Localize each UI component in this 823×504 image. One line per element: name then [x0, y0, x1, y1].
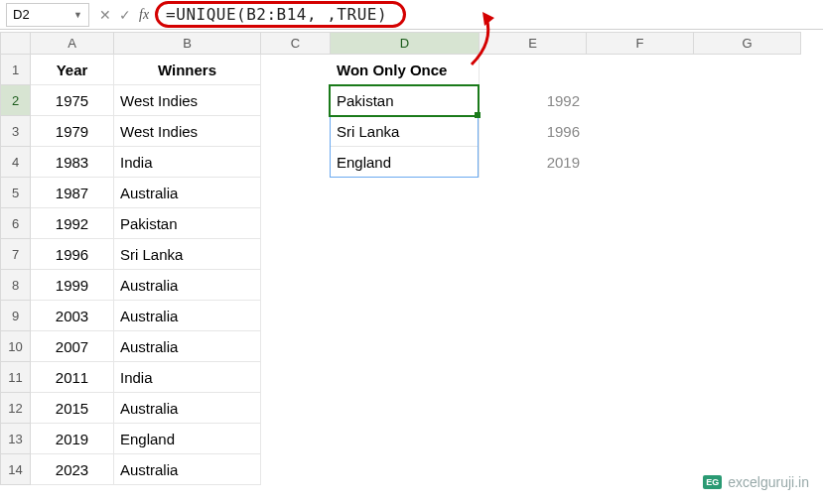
cell-e12[interactable] — [480, 393, 587, 424]
cell-d13[interactable] — [331, 424, 480, 454]
col-head-e[interactable]: E — [480, 33, 587, 55]
cell-f6[interactable] — [587, 208, 694, 239]
cell-b13[interactable]: England — [114, 424, 261, 454]
cell-b2[interactable]: West Indies — [114, 85, 261, 116]
cell-f9[interactable] — [587, 301, 694, 331]
cell-d8[interactable] — [331, 270, 480, 301]
cell-d3[interactable]: Sri Lanka — [331, 116, 480, 147]
cell-g2[interactable] — [694, 85, 801, 116]
cell-d4[interactable]: England — [331, 147, 480, 178]
enter-icon[interactable]: ✓ — [119, 7, 131, 23]
cell-d7[interactable] — [331, 239, 480, 270]
cell-c11[interactable] — [261, 362, 331, 393]
cell-a14[interactable]: 2023 — [31, 454, 114, 485]
cell-c2[interactable] — [261, 85, 331, 116]
cell-e13[interactable] — [480, 424, 587, 454]
cell-a2[interactable]: 1975 — [31, 85, 114, 116]
cell-f14[interactable] — [587, 454, 694, 485]
cell-g11[interactable] — [694, 362, 801, 393]
col-head-a[interactable]: A — [31, 33, 114, 55]
cell-e7[interactable] — [480, 239, 587, 270]
row-head-12[interactable]: 12 — [1, 393, 31, 424]
cell-a12[interactable]: 2015 — [31, 393, 114, 424]
cell-d5[interactable] — [331, 178, 480, 208]
cell-a5[interactable]: 1987 — [31, 178, 114, 208]
cell-c4[interactable] — [261, 147, 331, 178]
row-head-11[interactable]: 11 — [1, 362, 31, 393]
cell-d12[interactable] — [331, 393, 480, 424]
cell-a13[interactable]: 2019 — [31, 424, 114, 454]
row-head-9[interactable]: 9 — [1, 301, 31, 331]
row-head-10[interactable]: 10 — [1, 331, 31, 362]
row-head-4[interactable]: 4 — [1, 147, 31, 178]
cell-g9[interactable] — [694, 301, 801, 331]
cell-c7[interactable] — [261, 239, 331, 270]
cell-g7[interactable] — [694, 239, 801, 270]
cell-e5[interactable] — [480, 178, 587, 208]
cell-d2[interactable]: Pakistan — [331, 85, 480, 116]
cell-a7[interactable]: 1996 — [31, 239, 114, 270]
cell-c14[interactable] — [261, 454, 331, 485]
cell-f7[interactable] — [587, 239, 694, 270]
cell-g13[interactable] — [694, 424, 801, 454]
cell-c13[interactable] — [261, 424, 331, 454]
header-winners[interactable]: Winners — [114, 55, 261, 85]
cell-f13[interactable] — [587, 424, 694, 454]
name-box[interactable]: D2 ▼ — [6, 3, 89, 27]
row-head-8[interactable]: 8 — [1, 270, 31, 301]
cell-c3[interactable] — [261, 116, 331, 147]
cancel-icon[interactable]: ✕ — [99, 7, 111, 23]
row-head-5[interactable]: 5 — [1, 178, 31, 208]
cell-c1[interactable] — [261, 55, 331, 85]
cell-b6[interactable]: Pakistan — [114, 208, 261, 239]
cell-b4[interactable]: India — [114, 147, 261, 178]
cell-b7[interactable]: Sri Lanka — [114, 239, 261, 270]
col-head-d[interactable]: D — [331, 33, 480, 55]
cell-e4[interactable]: 2019 — [480, 147, 587, 178]
col-head-b[interactable]: B — [114, 33, 261, 55]
cell-d10[interactable] — [331, 331, 480, 362]
cell-f2[interactable] — [587, 85, 694, 116]
cell-g3[interactable] — [694, 116, 801, 147]
cell-f10[interactable] — [587, 331, 694, 362]
cell-g8[interactable] — [694, 270, 801, 301]
cell-d6[interactable] — [331, 208, 480, 239]
cell-f1[interactable] — [587, 55, 694, 85]
cell-d14[interactable] — [331, 454, 480, 485]
cell-a9[interactable]: 2003 — [31, 301, 114, 331]
cell-f5[interactable] — [587, 178, 694, 208]
row-head-2[interactable]: 2 — [1, 85, 31, 116]
cell-g10[interactable] — [694, 331, 801, 362]
cell-c5[interactable] — [261, 178, 331, 208]
chevron-down-icon[interactable]: ▼ — [73, 10, 82, 20]
cell-f3[interactable] — [587, 116, 694, 147]
cell-g1[interactable] — [694, 55, 801, 85]
cell-f11[interactable] — [587, 362, 694, 393]
cell-b14[interactable]: Australia — [114, 454, 261, 485]
row-head-1[interactable]: 1 — [1, 55, 31, 85]
cell-e1[interactable] — [480, 55, 587, 85]
cell-b9[interactable]: Australia — [114, 301, 261, 331]
cell-c6[interactable] — [261, 208, 331, 239]
cell-c10[interactable] — [261, 331, 331, 362]
cell-g12[interactable] — [694, 393, 801, 424]
cell-a8[interactable]: 1999 — [31, 270, 114, 301]
cell-e2[interactable]: 1992 — [480, 85, 587, 116]
cell-b3[interactable]: West Indies — [114, 116, 261, 147]
cell-b12[interactable]: Australia — [114, 393, 261, 424]
cell-a4[interactable]: 1983 — [31, 147, 114, 178]
cell-a3[interactable]: 1979 — [31, 116, 114, 147]
cell-f12[interactable] — [587, 393, 694, 424]
cell-b10[interactable]: Australia — [114, 331, 261, 362]
formula-input[interactable]: =UNIQUE(B2:B14, ,TRUE) — [155, 1, 406, 28]
header-year[interactable]: Year — [31, 55, 114, 85]
cell-c9[interactable] — [261, 301, 331, 331]
cell-e14[interactable] — [480, 454, 587, 485]
header-won-once[interactable]: Won Only Once — [331, 55, 480, 85]
select-all-corner[interactable] — [1, 33, 31, 55]
cell-g5[interactable] — [694, 178, 801, 208]
worksheet-grid[interactable]: A B C D E F G 1 Year Winners Won Only On… — [0, 32, 823, 485]
cell-b8[interactable]: Australia — [114, 270, 261, 301]
cell-c8[interactable] — [261, 270, 331, 301]
cell-a10[interactable]: 2007 — [31, 331, 114, 362]
